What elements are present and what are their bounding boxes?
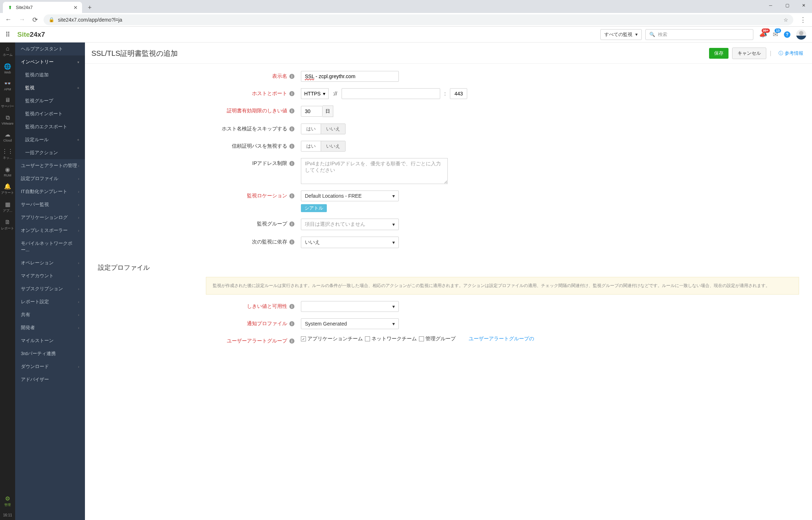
info-icon[interactable]: i	[289, 339, 294, 344]
sidebar-developer[interactable]: 開発者›	[15, 321, 85, 334]
rail-apm[interactable]: 👓APM	[0, 77, 15, 94]
sidebar-import[interactable]: 監視のインポート	[15, 107, 85, 120]
info-icon[interactable]: i	[289, 239, 294, 245]
sidebar-share[interactable]: 共有›	[15, 308, 85, 321]
tab-close-icon[interactable]: ✕	[73, 5, 78, 10]
threshold-select[interactable]: ▾	[301, 301, 399, 312]
sidebar-advisor[interactable]: アドバイザー	[15, 373, 85, 386]
sidebar-report-settings[interactable]: レポート設定›	[15, 295, 85, 308]
checkbox-admin-group[interactable]: 管理グループ	[419, 336, 456, 342]
depend-select[interactable]: いいえ▾	[301, 237, 399, 248]
info-icon[interactable]: i	[289, 91, 294, 96]
group-select[interactable]: 項目は選択されていません▾	[301, 219, 399, 230]
messages-icon[interactable]: ✉13	[773, 31, 778, 39]
toggle-yes[interactable]: はい	[301, 124, 321, 134]
sidebar-mobile-network[interactable]: モバイルネットワークポー...	[15, 237, 85, 256]
save-button[interactable]: 保存	[709, 48, 728, 59]
sidebar-my-account[interactable]: マイアカウント›	[15, 269, 85, 282]
protocol-select[interactable]: HTTPS▾	[301, 88, 329, 99]
checkbox-network-team[interactable]: ネットワークチーム	[365, 336, 417, 342]
location-tag[interactable]: シアトル	[301, 204, 327, 212]
info-icon[interactable]: i	[289, 304, 294, 309]
sidebar-config-rule[interactable]: 設定ルール+	[15, 133, 85, 146]
rail-apps[interactable]: ▦アプ…	[0, 198, 15, 216]
alert-group-link[interactable]: ユーザーアラートグループの	[469, 336, 534, 342]
port-input[interactable]	[450, 88, 467, 99]
sidebar-monitor-group[interactable]: 監視グループ	[15, 94, 85, 107]
rail-cloud[interactable]: ☁Cloud	[0, 128, 15, 145]
rail-network[interactable]: ⋮⋮ネッ…	[0, 145, 15, 163]
location-select[interactable]: Default Locations - FREE▾	[301, 190, 399, 201]
rail-alert[interactable]: 🔔アラート	[0, 180, 15, 198]
ip-restrict-textarea[interactable]	[301, 158, 448, 184]
rail-vmware[interactable]: ⧉VMware	[0, 112, 15, 128]
monitor-scope-dropdown[interactable]: すべての監視 ▾	[600, 29, 642, 40]
close-window-button[interactable]: ✕	[795, 0, 812, 11]
maximize-button[interactable]: ▢	[779, 0, 795, 11]
chevron-right-icon: ›	[78, 274, 79, 278]
plus-icon[interactable]: +	[77, 86, 79, 90]
header-search-input[interactable]: 🔍 検索	[645, 29, 753, 40]
browser-tab[interactable]: ⬆ Site24x7 ✕	[3, 2, 82, 13]
reference-link[interactable]: ⓘ参考情報	[779, 50, 803, 57]
info-icon[interactable]: i	[289, 193, 294, 198]
sidebar-server-monitor[interactable]: サーバー監視›	[15, 198, 85, 211]
display-name-input[interactable]: SSL - zcpl.greythr.com	[301, 71, 399, 82]
info-icon[interactable]: i	[289, 144, 294, 149]
sidebar-monitor[interactable]: 監視+	[15, 81, 85, 94]
forward-button[interactable]: →	[17, 14, 27, 25]
back-button[interactable]: ←	[4, 14, 13, 25]
sidebar-export[interactable]: 監視のエクスポート	[15, 120, 85, 133]
chevron-right-icon: ›	[78, 365, 79, 369]
rail-admin[interactable]: ⚙管理	[0, 492, 15, 510]
rail-server[interactable]: 🖥サーバー	[0, 94, 15, 112]
notify-select[interactable]: System Generated▾	[301, 318, 399, 329]
info-icon[interactable]: i	[289, 321, 294, 326]
toggle-no[interactable]: いいえ	[321, 141, 345, 151]
rail-home[interactable]: ⌂ホーム	[0, 42, 15, 60]
info-icon[interactable]: i	[289, 74, 294, 79]
sidebar-3rdparty[interactable]: 3rdパーティ連携	[15, 347, 85, 360]
cert-threshold-input[interactable]	[301, 106, 322, 117]
apps-grid-icon[interactable]: ⠿	[0, 31, 15, 39]
sidebar-users-alerts[interactable]: ユーザーとアラートの管理›	[15, 159, 85, 172]
info-icon[interactable]: i	[289, 126, 294, 131]
sidebar-onprem-poller[interactable]: オンプレミスポーラー›	[15, 224, 85, 237]
cancel-button[interactable]: キャンセル	[732, 48, 766, 59]
bookmark-icon[interactable]: ☆	[784, 17, 788, 23]
reload-button[interactable]: ⟳	[31, 14, 39, 25]
sidebar-it-automation[interactable]: IT自動化テンプレート›	[15, 185, 85, 198]
rail-web[interactable]: 🌐Web	[0, 60, 15, 77]
help-icon[interactable]: ?	[784, 31, 790, 38]
sidebar-config-profile[interactable]: 設定プロファイル›	[15, 172, 85, 185]
logo[interactable]: Site24x7	[15, 31, 45, 39]
info-icon[interactable]: i	[289, 161, 294, 166]
checkbox-app-team[interactable]: ✓アプリケーションチーム	[301, 336, 363, 342]
browser-menu-icon[interactable]: ⋮	[798, 16, 808, 24]
toggle-no[interactable]: いいえ	[321, 124, 345, 134]
sidebar-subscription[interactable]: サブスクリプション›	[15, 282, 85, 295]
chevron-right-icon: ›	[78, 300, 79, 304]
sidebar-download[interactable]: ダウンロード›	[15, 360, 85, 373]
skip-hostname-toggle[interactable]: はい いいえ	[301, 124, 346, 134]
rail-rum[interactable]: ◉RUM	[0, 163, 15, 180]
ignore-trust-toggle[interactable]: はい いいえ	[301, 141, 346, 152]
minimize-button[interactable]: ─	[762, 0, 779, 11]
sidebar-operation[interactable]: オペレーション›	[15, 256, 85, 269]
host-input[interactable]	[342, 88, 440, 99]
sidebar-app-log[interactable]: アプリケーションログ›	[15, 211, 85, 224]
plus-icon[interactable]: +	[77, 138, 79, 142]
sidebar-inventory[interactable]: インベントリー▾	[15, 55, 85, 68]
sidebar-milestone[interactable]: マイルストーン	[15, 334, 85, 347]
rail-report[interactable]: 🗎レポート	[0, 216, 15, 234]
sidebar-bulk-action[interactable]: 一括アクション	[15, 146, 85, 159]
user-avatar[interactable]	[796, 30, 806, 40]
info-icon[interactable]: i	[289, 108, 294, 113]
info-icon[interactable]: i	[289, 221, 294, 227]
toggle-yes[interactable]: はい	[301, 141, 321, 151]
sidebar-help[interactable]: ヘルプアシスタント	[15, 42, 85, 55]
announcements-icon[interactable]: 📣99+	[759, 31, 767, 39]
address-bar[interactable]: 🔒 site24x7.com/app/demo?l=ja ☆	[44, 14, 793, 25]
new-tab-button[interactable]: +	[85, 4, 95, 12]
sidebar-add-monitor[interactable]: 監視の追加	[15, 68, 85, 81]
